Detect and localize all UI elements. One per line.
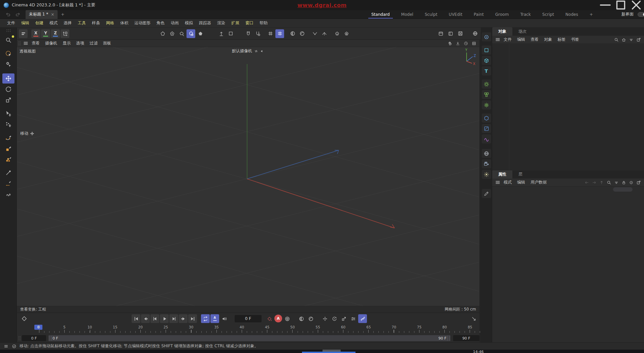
tab-属性[interactable]: 属性: [492, 170, 512, 179]
spline-wave-icon[interactable]: [482, 134, 491, 143]
axis-center-icon[interactable]: [482, 32, 491, 41]
keyframe-presets-button[interactable]: [306, 314, 315, 323]
camera-back-icon[interactable]: [259, 49, 264, 54]
tab-Track[interactable]: Track: [514, 10, 536, 19]
menu-创建[interactable]: 创建: [32, 20, 46, 26]
modeling-up-button[interactable]: [342, 29, 351, 38]
attr-forward-icon[interactable]: [591, 180, 598, 186]
object-home-icon[interactable]: [620, 37, 627, 43]
range-slider[interactable]: 0 F 90 F: [48, 335, 450, 341]
z-axis-lock-button[interactable]: Z: [51, 29, 60, 38]
range-grip-handle[interactable]: [18, 336, 21, 341]
record-parameter-button[interactable]: [349, 314, 358, 323]
x-axis-lock-button[interactable]: X: [31, 29, 40, 38]
snap-settings-button[interactable]: [253, 29, 262, 38]
add-document-tab-button[interactable]: +: [61, 12, 64, 17]
menu-网格[interactable]: 网格: [103, 20, 117, 26]
attr-export-icon[interactable]: [635, 180, 642, 186]
timeline-ruler[interactable]: 0 051015202530354045505560657075808590: [17, 324, 479, 334]
viewport-canvas[interactable]: 透视视图 默认摄像机 移动 Y Z X: [17, 47, 479, 306]
keyframe-marker-icon[interactable]: [20, 314, 29, 323]
menu-摄像机[interactable]: 摄像机: [42, 40, 60, 46]
redo-icon[interactable]: [13, 10, 22, 19]
menu-模拟[interactable]: 模拟: [182, 20, 196, 26]
menu-运动图形[interactable]: 运动图形: [131, 20, 154, 26]
new-layout-label[interactable]: 新界面: [621, 11, 634, 17]
record-position-button[interactable]: [320, 314, 329, 323]
menu-模式[interactable]: 模式: [46, 20, 61, 26]
coordinates-manager-button[interactable]: [19, 29, 28, 38]
attr-lock-icon[interactable]: [620, 180, 627, 186]
tab-Paint[interactable]: Paint: [468, 10, 489, 19]
rotate-tool[interactable]: [2, 84, 14, 94]
rectangle-spline-tool[interactable]: [2, 143, 14, 154]
tweak-tool[interactable]: [2, 59, 14, 69]
play-button[interactable]: [160, 314, 169, 323]
next-key-button[interactable]: [179, 314, 188, 323]
tab-Groom[interactable]: Groom: [489, 10, 514, 19]
document-tab-close-icon[interactable]: ×: [51, 12, 54, 17]
dolly-icon[interactable]: [454, 40, 461, 46]
viewport-grip-handle[interactable]: [18, 41, 21, 46]
record-rotation-button[interactable]: [330, 314, 339, 323]
menu-角色[interactable]: 角色: [154, 20, 168, 26]
field-sphere-icon[interactable]: [482, 79, 491, 89]
environment-globe-icon[interactable]: [482, 149, 491, 158]
menu-样条[interactable]: 样条: [89, 20, 103, 26]
tab-UVEdit[interactable]: UVEdit: [443, 10, 468, 19]
keyframe-selection-button[interactable]: [297, 314, 306, 323]
menu-动画[interactable]: 动画: [168, 20, 182, 26]
history-clock-icon[interactable]: [463, 40, 469, 46]
loop-playback-button[interactable]: [201, 314, 210, 323]
menu-查看[interactable]: 查看: [29, 40, 42, 46]
menu-选项[interactable]: 选项: [73, 40, 87, 46]
render-picture-viewer-button[interactable]: [168, 29, 176, 38]
axis-extend-button[interactable]: [320, 29, 329, 38]
menu-文件[interactable]: 文件: [4, 20, 18, 26]
menu-选择[interactable]: 选择: [61, 20, 75, 26]
scale-tool[interactable]: [2, 95, 14, 105]
project-scale-button[interactable]: [217, 29, 226, 38]
object-manager-menu-icon[interactable]: [494, 37, 501, 43]
menu-标签[interactable]: 标签: [555, 37, 568, 42]
record-scale-button[interactable]: [339, 314, 348, 323]
attribute-manager-menu-icon[interactable]: [494, 180, 501, 186]
sketch-spline-tool[interactable]: [2, 189, 14, 199]
tab-层[interactable]: 层: [512, 170, 529, 179]
tab-场次[interactable]: 场次: [512, 27, 533, 36]
tab-Sculpt[interactable]: Sculpt: [419, 10, 443, 19]
f racture-icon[interactable]: [482, 90, 491, 99]
sound-button[interactable]: [220, 314, 229, 323]
render-region-button[interactable]: [177, 29, 186, 38]
attribute-body[interactable]: [492, 187, 644, 342]
play-mode-button[interactable]: A: [210, 314, 219, 323]
menu-体积[interactable]: 体积: [117, 20, 131, 26]
menu-帮助[interactable]: 帮助: [257, 20, 271, 26]
commander-search-button[interactable]: [2, 35, 14, 45]
menu-对象[interactable]: 对象: [541, 37, 555, 42]
document-tab[interactable]: 未标题 1 * ×: [26, 10, 58, 19]
menu-窗口[interactable]: 窗口: [242, 20, 257, 26]
layout-toggle-switch[interactable]: [638, 12, 644, 17]
menu-工具[interactable]: 工具: [75, 20, 89, 26]
status-menu-icon[interactable]: [3, 343, 9, 349]
render-team-button[interactable]: [196, 29, 205, 38]
render-view-button[interactable]: [158, 29, 167, 38]
render-settings-button[interactable]: [187, 29, 195, 38]
axis-modify-button[interactable]: [310, 29, 319, 38]
menu-查看[interactable]: 查看: [528, 37, 541, 42]
content-browser-button[interactable]: [446, 29, 455, 38]
tab-Standard[interactable]: Standard: [366, 10, 396, 19]
workplane-square-button[interactable]: [226, 29, 235, 38]
attr-search-icon[interactable]: [606, 180, 612, 186]
save-project-button[interactable]: [456, 29, 465, 38]
asset-browser-button[interactable]: [436, 29, 445, 38]
y-axis-lock-button[interactable]: Y: [41, 29, 50, 38]
select-move-tool[interactable]: [2, 108, 14, 119]
record-pla-button[interactable]: [358, 314, 367, 323]
tab-Script[interactable]: Script: [537, 10, 560, 19]
object-export-icon[interactable]: [635, 37, 642, 43]
menu-编辑[interactable]: 编辑: [18, 20, 32, 26]
camera-object-icon[interactable]: [482, 159, 491, 168]
text-object-icon[interactable]: T: [482, 66, 491, 75]
